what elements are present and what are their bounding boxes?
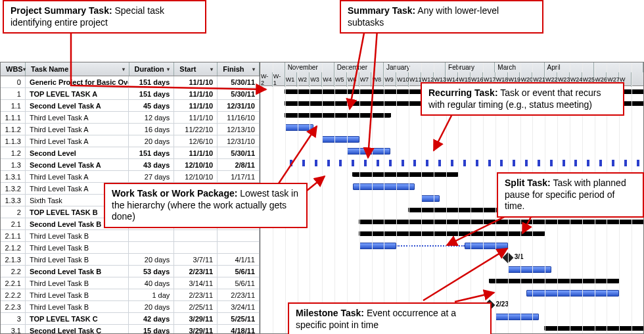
cell-wbs[interactable]: 0 bbox=[1, 76, 26, 88]
cell-wbs[interactable]: 1.2 bbox=[1, 147, 26, 159]
summary-task-bar[interactable] bbox=[490, 279, 620, 283]
table-row[interactable]: 1.1.3Third Level Task A20 days12/6/1012/… bbox=[1, 135, 260, 147]
cell-finish[interactable]: 2/23/11 bbox=[218, 289, 260, 301]
cell-finish[interactable]: 4/18/11 bbox=[218, 325, 260, 333]
cell-name[interactable]: Second Level Task A bbox=[26, 100, 129, 112]
summary-task-bar[interactable] bbox=[359, 220, 643, 224]
cell-finish[interactable]: 12/31/10 bbox=[218, 100, 260, 112]
cell-dur[interactable]: 1 day bbox=[129, 289, 174, 301]
table-row[interactable]: 2.1.3Third Level Task B20 days3/7/114/1/… bbox=[1, 254, 260, 266]
cell-name[interactable]: Third Level Task A bbox=[26, 124, 129, 135]
recurring-task-tick[interactable] bbox=[352, 160, 354, 166]
cell-wbs[interactable]: 2 bbox=[1, 206, 26, 218]
cell-dur[interactable] bbox=[129, 230, 174, 242]
recurring-task-tick[interactable] bbox=[377, 160, 379, 166]
recurring-task-tick[interactable] bbox=[389, 160, 392, 166]
table-row[interactable]: 1.3Second Level Task A43 days12/10/102/8… bbox=[1, 159, 260, 171]
cell-start[interactable]: 11/22/10 bbox=[174, 124, 218, 135]
cell-start[interactable]: 11/1/10 bbox=[174, 112, 218, 124]
table-row[interactable]: 2.2Second Level Task B53 days2/23/115/6/… bbox=[1, 266, 260, 277]
cell-start[interactable]: 12/10/10 bbox=[174, 159, 218, 171]
cell-finish[interactable]: 1/17/11 bbox=[218, 171, 260, 183]
cell-dur[interactable]: 53 days bbox=[129, 266, 174, 277]
table-row[interactable]: 1.3.1Third Level Task A27 days12/10/101/… bbox=[1, 171, 260, 183]
cell-start[interactable]: 11/1/10 bbox=[174, 147, 218, 159]
cell-start[interactable]: 12/10/10 bbox=[174, 171, 218, 183]
recurring-task-tick[interactable] bbox=[538, 160, 540, 166]
recurring-task-tick[interactable] bbox=[624, 160, 627, 166]
work-task-bar[interactable] bbox=[322, 136, 359, 143]
recurring-task-tick[interactable] bbox=[500, 160, 503, 166]
recurring-task-tick[interactable] bbox=[451, 160, 453, 166]
cell-name[interactable]: Third Level Task B bbox=[26, 230, 129, 242]
recurring-task-tick[interactable] bbox=[525, 160, 528, 166]
cell-dur[interactable]: 40 days bbox=[129, 277, 174, 289]
cell-start[interactable]: 3/29/11 bbox=[174, 313, 218, 325]
table-row[interactable]: 2.2.3Third Level Task B20 days2/25/113/2… bbox=[1, 301, 260, 313]
cell-name[interactable]: TOP LEVEL TASK A bbox=[26, 88, 129, 100]
recurring-task-tick[interactable] bbox=[574, 160, 577, 166]
cell-name[interactable]: Third Level Task A bbox=[26, 135, 129, 147]
cell-name[interactable]: Second Level Task C bbox=[26, 325, 129, 333]
cell-wbs[interactable]: 1.1 bbox=[1, 100, 26, 112]
col-header-wbs[interactable]: WBS▾ bbox=[1, 62, 26, 76]
table-row[interactable]: 2.1.2Third Level Task B bbox=[1, 242, 260, 254]
summary-task-bar[interactable] bbox=[285, 113, 390, 118]
recurring-task-tick[interactable] bbox=[563, 160, 565, 166]
cell-start[interactable] bbox=[174, 230, 218, 242]
recurring-task-tick[interactable] bbox=[550, 160, 553, 166]
cell-start[interactable]: 3/29/11 bbox=[174, 325, 218, 333]
cell-dur[interactable]: 15 days bbox=[129, 325, 174, 333]
cell-start[interactable]: 11/1/10 bbox=[174, 88, 218, 100]
cell-wbs[interactable]: 3 bbox=[1, 313, 26, 325]
cell-dur[interactable]: 151 days bbox=[129, 147, 174, 159]
recurring-task-tick[interactable] bbox=[438, 160, 441, 166]
recurring-task-tick[interactable] bbox=[339, 160, 342, 166]
table-row[interactable]: 1.1.1Third Level Task A12 days11/1/1011/… bbox=[1, 112, 260, 124]
recurring-task-tick[interactable] bbox=[413, 160, 416, 166]
cell-start[interactable]: 11/1/10 bbox=[174, 100, 218, 112]
recurring-task-tick[interactable] bbox=[513, 160, 515, 166]
cell-finish[interactable]: 5/30/11 bbox=[218, 147, 260, 159]
cell-finish[interactable] bbox=[218, 242, 260, 254]
cell-dur[interactable]: 12 days bbox=[129, 112, 174, 124]
cell-wbs[interactable]: 1.3.1 bbox=[1, 171, 26, 183]
cell-finish[interactable]: 5/25/11 bbox=[218, 313, 260, 325]
cell-name[interactable]: Generic Project for Basic Overview bbox=[26, 76, 129, 88]
cell-finish[interactable]: 4/1/11 bbox=[218, 254, 260, 266]
cell-dur[interactable]: 16 days bbox=[129, 124, 174, 135]
cell-start[interactable]: 2/25/11 bbox=[174, 301, 218, 313]
cell-wbs[interactable]: 2.2.2 bbox=[1, 289, 26, 301]
col-header-start[interactable]: Start▾ bbox=[174, 62, 218, 76]
recurring-task-tick[interactable] bbox=[426, 160, 428, 166]
cell-wbs[interactable]: 2.1 bbox=[1, 218, 26, 230]
cell-wbs[interactable]: 2.1.2 bbox=[1, 242, 26, 254]
cell-name[interactable]: Third Level Task A bbox=[26, 171, 129, 183]
cell-name[interactable]: Third Level Task A bbox=[26, 112, 129, 124]
recurring-task-tick[interactable] bbox=[587, 160, 589, 166]
cell-finish[interactable]: 5/6/11 bbox=[218, 277, 260, 289]
cell-finish[interactable] bbox=[218, 230, 260, 242]
cell-dur[interactable]: 42 days bbox=[129, 313, 174, 325]
cell-dur[interactable]: 43 days bbox=[129, 159, 174, 171]
recurring-task-tick[interactable] bbox=[599, 160, 602, 166]
recurring-task-tick[interactable] bbox=[488, 160, 491, 166]
cell-name[interactable]: Third Level Task B bbox=[26, 277, 129, 289]
cell-name[interactable]: Second Level Task A bbox=[26, 159, 129, 171]
cell-dur[interactable]: 45 days bbox=[129, 100, 174, 112]
cell-name[interactable]: Second Level Task B bbox=[26, 266, 129, 277]
cell-start[interactable]: 12/6/10 bbox=[174, 135, 218, 147]
table-row[interactable]: 1.1.2Third Level Task A16 days11/22/1012… bbox=[1, 124, 260, 135]
cell-finish[interactable]: 5/30/11 bbox=[218, 88, 260, 100]
table-row[interactable]: 0Generic Project for Basic Overview151 d… bbox=[1, 76, 260, 88]
table-row[interactable]: 2.2.1Third Level Task B40 days3/14/115/6… bbox=[1, 277, 260, 289]
cell-dur[interactable]: 20 days bbox=[129, 301, 174, 313]
cell-finish[interactable]: 5/30/11 bbox=[218, 76, 260, 88]
cell-finish[interactable]: 11/16/10 bbox=[218, 112, 260, 124]
cell-finish[interactable]: 3/24/11 bbox=[218, 301, 260, 313]
recurring-task-tick[interactable] bbox=[402, 160, 404, 166]
recurring-task-tick[interactable] bbox=[290, 160, 292, 166]
cell-wbs[interactable]: 1.1.2 bbox=[1, 124, 26, 135]
table-row[interactable]: 3.1Second Level Task C15 days3/29/114/18… bbox=[1, 325, 260, 333]
cell-start[interactable] bbox=[174, 242, 218, 254]
